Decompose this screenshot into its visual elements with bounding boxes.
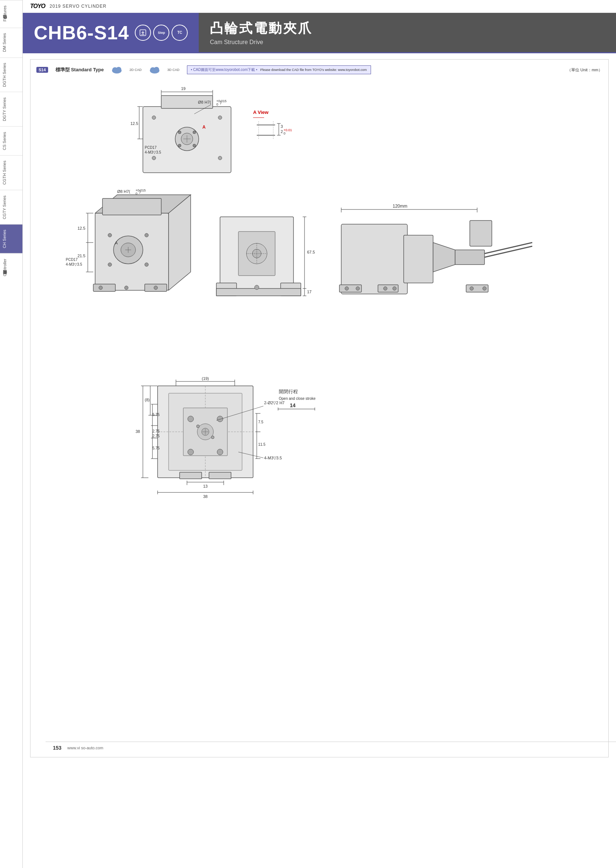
sidebar-item-cgth[interactable]: CGTH Series: [0, 155, 22, 190]
svg-text:開閉行程: 開閉行程: [279, 389, 298, 394]
technical-drawings: A View 3 2 +0.01 0: [36, 85, 602, 711]
svg-text:4-M3▽3.5: 4-M3▽3.5: [264, 456, 282, 460]
svg-text:38: 38: [135, 429, 140, 434]
product-title-cn: 凸輪式電動夾爪: [210, 19, 605, 38]
svg-point-4: [116, 67, 121, 71]
svg-text:5.75: 5.75: [152, 413, 160, 417]
svg-point-25: [152, 156, 156, 160]
page-number: 153: [53, 745, 61, 751]
svg-rect-125: [209, 472, 231, 479]
svg-point-29: [178, 131, 181, 134]
toyo-logo: TOYO: [30, 3, 45, 9]
svg-point-129: [217, 449, 223, 455]
svg-text:2: 2: [281, 129, 283, 134]
sidebar-item-cs[interactable]: CS Series: [0, 126, 22, 156]
sidebar-item-ch[interactable]: CH Series: [0, 224, 22, 253]
svg-point-27: [152, 116, 156, 120]
svg-rect-54: [102, 198, 161, 215]
svg-text:4-M3▽3.5: 4-M3▽3.5: [66, 263, 82, 266]
svg-text:14: 14: [290, 403, 296, 408]
svg-point-112: [345, 287, 349, 290]
sidebar-item-dgth[interactable]: DGTH Series: [0, 57, 22, 92]
svg-point-30: [193, 131, 196, 134]
svg-text:0: 0: [216, 102, 218, 106]
svg-point-57: [108, 233, 112, 237]
cad-sub: Please download the CAD file from TOYO's…: [261, 68, 367, 72]
svg-text:13: 13: [203, 484, 207, 488]
website: www.vi so-auto.com: [67, 745, 103, 750]
svg-rect-103: [341, 224, 407, 294]
main-svg: A View 3 2 +0.01 0: [36, 85, 602, 709]
svg-text:(8): (8): [145, 398, 149, 402]
svg-text:38: 38: [203, 494, 207, 498]
drawing-area: S14 標準型 Standard Type 2D CAD 3D CAD • CA…: [30, 59, 609, 757]
svg-point-115: [393, 287, 396, 290]
svg-text:3: 3: [281, 124, 283, 129]
svg-text:2.75: 2.75: [152, 434, 160, 438]
cad-2d-label: 2D CAD: [130, 68, 142, 72]
svg-point-117: [470, 287, 473, 290]
cloud-2d-icon: [111, 65, 122, 74]
sidebar-item-features[interactable]: 特色功能 Features: [0, 0, 22, 28]
svg-point-113: [356, 287, 360, 290]
svg-point-114: [383, 287, 387, 290]
cloud-3d-icon: [149, 65, 160, 74]
svg-marker-105: [433, 242, 455, 272]
svg-text:2-Ø2▽2 H7: 2-Ø2▽2 H7: [264, 401, 285, 405]
svg-text:19: 19: [181, 86, 185, 91]
svg-text:Open and close stroke: Open and close stroke: [279, 396, 316, 401]
svg-point-32: [193, 144, 196, 147]
svg-text:4-M3▽3.5: 4-M3▽3.5: [145, 150, 161, 154]
svg-text:120mm: 120mm: [393, 204, 407, 209]
header-title: 2019 SERVO CYLINDER: [50, 4, 107, 9]
sidebar: 特色功能 Features DM Series DGTH Series DGTY…: [0, 0, 23, 868]
svg-text:Ø8 H7(: Ø8 H7(: [198, 100, 211, 104]
unit-text: （單位 Unit：mm）: [567, 67, 602, 73]
svg-point-134: [196, 425, 200, 428]
svg-point-26: [218, 156, 222, 160]
svg-point-118: [482, 287, 486, 290]
svg-text:PCD17: PCD17: [66, 258, 78, 262]
svg-point-66: [99, 286, 102, 289]
step-icon: Step: [153, 25, 169, 41]
svg-point-58: [145, 233, 148, 237]
svg-point-60: [145, 263, 148, 266]
svg-text:): ): [220, 100, 222, 104]
product-name: CHB6-S14: [34, 22, 129, 44]
svg-point-67: [124, 286, 128, 289]
svg-text:PCD17: PCD17: [145, 146, 157, 149]
svg-text:0: 0: [135, 192, 137, 195]
sidebar-item-cgty[interactable]: CGTY Series: [0, 190, 22, 225]
tc-icon: TC: [171, 25, 188, 41]
cad-info: • CAD圖面可至www.toyorobot.com下載 • Please do…: [187, 65, 371, 74]
svg-text:11.5: 11.5: [258, 442, 266, 447]
product-icons: Step TC: [135, 25, 188, 41]
svg-point-59: [108, 263, 112, 266]
download-icon: [135, 25, 151, 41]
svg-text:): ): [139, 189, 141, 193]
sidebar-item-dgty[interactable]: DGTY Series: [0, 92, 22, 126]
svg-rect-64: [93, 284, 115, 291]
cad-text: • CAD圖面可至www.toyorobot.com下載 •: [191, 67, 258, 72]
svg-point-126: [188, 416, 193, 422]
svg-text:7.5: 7.5: [258, 420, 263, 424]
svg-text:A View: A View: [253, 110, 269, 115]
svg-text:A: A: [203, 124, 206, 130]
svg-rect-85: [216, 288, 301, 296]
product-name-block: CHB6-S14 Step TC: [23, 13, 199, 52]
product-title-en: Cam Structure Drive: [210, 39, 605, 46]
svg-point-91: [255, 285, 259, 289]
svg-text:A: A: [115, 241, 118, 245]
svg-point-128: [188, 449, 193, 455]
sidebar-item-controller[interactable]: 當服器控制器 Controller: [0, 253, 22, 283]
svg-text:Ø8 H7(: Ø8 H7(: [117, 189, 130, 193]
svg-rect-109: [470, 220, 492, 246]
svg-point-7: [154, 67, 159, 71]
svg-text:67.5: 67.5: [307, 250, 315, 254]
svg-point-68: [154, 286, 157, 289]
sidebar-item-dm[interactable]: DM Series: [0, 28, 22, 57]
svg-text:0: 0: [284, 132, 285, 135]
svg-text:12.5: 12.5: [77, 226, 85, 230]
svg-text:(19): (19): [202, 376, 209, 381]
header-bar: TOYO 2019 SERVO CYLINDER: [23, 0, 616, 13]
